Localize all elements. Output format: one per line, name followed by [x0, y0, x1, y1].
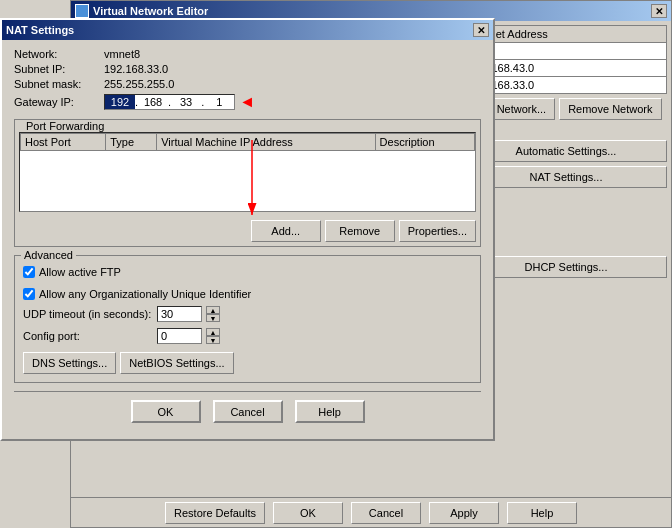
advanced-title: Advanced — [21, 249, 76, 261]
vne-cancel-button[interactable]: Cancel — [351, 502, 421, 524]
group-spacer: Port Forwarding — [15, 120, 480, 128]
port-forwarding-group: Port Forwarding Host Port Type Virtual M… — [14, 119, 481, 247]
nat-body: Network: vmnet8 Subnet IP: 192.168.33.0 … — [2, 40, 493, 439]
allow-active-ftp-label: Allow active FTP — [39, 266, 121, 278]
network-value: vmnet8 — [104, 48, 140, 60]
pf-properties-button[interactable]: Properties... — [399, 220, 476, 242]
arrow-indicator: ◄ — [239, 93, 255, 111]
nat-help-button[interactable]: Help — [295, 400, 365, 423]
vne-title-text: Virtual Network Editor — [93, 5, 208, 17]
subnet-mask-label: Subnet mask: — [14, 78, 104, 90]
gateway-seg1[interactable] — [105, 95, 135, 109]
gateway-row: Gateway IP: . . . ◄ — [14, 93, 481, 111]
gateway-seg3[interactable] — [171, 95, 201, 109]
nat-title-text: NAT Settings — [6, 24, 74, 36]
allow-oui-checkbox[interactable] — [23, 288, 35, 300]
allow-active-ftp-checkbox[interactable] — [23, 266, 35, 278]
subnet-header: Subnet Address — [466, 26, 667, 43]
vne-title-icon — [75, 4, 89, 18]
nat-ok-button[interactable]: OK — [131, 400, 201, 423]
dialog-bottom-buttons: OK Cancel Help — [14, 391, 481, 431]
subnet-ip-label: Subnet IP: — [14, 63, 104, 75]
restore-defaults-button[interactable]: Restore Defaults — [165, 502, 265, 524]
subnet-table: Subnet Address - 192.168.43.0 192.168.33… — [465, 25, 667, 94]
pf-remove-button[interactable]: Remove — [325, 220, 395, 242]
config-increment-button[interactable]: ▲ — [206, 328, 220, 336]
config-decrement-button[interactable]: ▼ — [206, 336, 220, 344]
config-port-row: Config port: ▲ ▼ — [23, 328, 472, 344]
gateway-seg4[interactable] — [204, 95, 234, 109]
dhcp-settings-button[interactable]: DHCP Settings... — [465, 256, 667, 278]
advanced-group: Advanced Allow active FTP Allow any Orga… — [14, 255, 481, 383]
vne-title-left: Virtual Network Editor — [75, 4, 208, 18]
port-forwarding-title: Port Forwarding — [23, 120, 107, 132]
udp-label: UDP timeout (in seconds): — [23, 308, 153, 320]
udp-decrement-button[interactable]: ▼ — [206, 314, 220, 322]
settings-buttons: Automatic Settings... NAT Settings... DH… — [465, 140, 667, 278]
udp-timeout-row: UDP timeout (in seconds): ▲ ▼ — [23, 306, 472, 322]
nat-dialog: NAT Settings ✕ Network: vmnet8 Subnet IP… — [0, 18, 495, 441]
vne-apply-button[interactable]: Apply — [429, 502, 499, 524]
subnet-ip-row: Subnet IP: 192.168.33.0 — [14, 63, 481, 75]
udp-increment-button[interactable]: ▲ — [206, 306, 220, 314]
dns-settings-button[interactable]: DNS Settings... — [23, 352, 116, 374]
gateway-input-group[interactable]: . . . — [104, 94, 235, 110]
table-row: - — [466, 43, 667, 60]
subnet-cell: - — [466, 43, 667, 60]
port-table-container[interactable]: Host Port Type Virtual Machine IP Addres… — [19, 132, 476, 212]
subnet-ip-value: 192.168.33.0 — [104, 63, 168, 75]
gateway-ip-label: Gateway IP: — [14, 96, 104, 108]
remove-network-button[interactable]: Remove Network — [559, 98, 661, 120]
settings-btns: DNS Settings... NetBIOS Settings... — [23, 352, 472, 374]
nat-titlebar: NAT Settings ✕ — [2, 20, 493, 40]
subnet-mask-value: 255.255.255.0 — [104, 78, 174, 90]
pf-col-desc: Description — [375, 134, 474, 151]
udp-spinner-btns: ▲ ▼ — [206, 306, 220, 322]
pf-col-host-port: Host Port — [21, 134, 106, 151]
subnet-cell: 192.168.33.0 — [466, 77, 667, 94]
config-value-input[interactable] — [157, 328, 202, 344]
allow-active-ftp-row: Allow active FTP — [23, 266, 472, 278]
port-table-header-row: Host Port Type Virtual Machine IP Addres… — [21, 134, 475, 151]
nat-cancel-button[interactable]: Cancel — [213, 400, 283, 423]
network-row: Network: vmnet8 — [14, 48, 481, 60]
pf-add-button[interactable]: Add... — [251, 220, 321, 242]
vne-close-button[interactable]: ✕ — [651, 4, 667, 18]
udp-value-input[interactable] — [157, 306, 202, 322]
vne-ok-button[interactable]: OK — [273, 502, 343, 524]
gateway-seg2[interactable] — [138, 95, 168, 109]
port-table: Host Port Type Virtual Machine IP Addres… — [20, 133, 475, 151]
netbios-settings-button[interactable]: NetBIOS Settings... — [120, 352, 233, 374]
subnet-mask-row: Subnet mask: 255.255.255.0 — [14, 78, 481, 90]
nat-settings-button[interactable]: NAT Settings... — [465, 166, 667, 188]
pf-col-vm-ip: Virtual Machine IP Address — [157, 134, 375, 151]
table-row: 192.168.43.0 — [466, 60, 667, 77]
network-buttons: Add Network... Remove Network — [465, 98, 667, 120]
automatic-settings-button[interactable]: Automatic Settings... — [465, 140, 667, 162]
pf-col-type: Type — [106, 134, 157, 151]
vne-bottom-bar: Restore Defaults OK Cancel Apply Help — [71, 497, 671, 527]
config-spinner-btns: ▲ ▼ — [206, 328, 220, 344]
pf-buttons: Add... Remove Properties... — [15, 216, 480, 246]
subnet-cell: 192.168.43.0 — [466, 60, 667, 77]
table-row: 192.168.33.0 — [466, 77, 667, 94]
allow-oui-row: Allow any Organizationally Unique Identi… — [23, 288, 472, 300]
config-label: Config port: — [23, 330, 153, 342]
vne-help-button[interactable]: Help — [507, 502, 577, 524]
allow-oui-label: Allow any Organizationally Unique Identi… — [39, 288, 251, 300]
nat-close-button[interactable]: ✕ — [473, 23, 489, 37]
network-label: Network: — [14, 48, 104, 60]
